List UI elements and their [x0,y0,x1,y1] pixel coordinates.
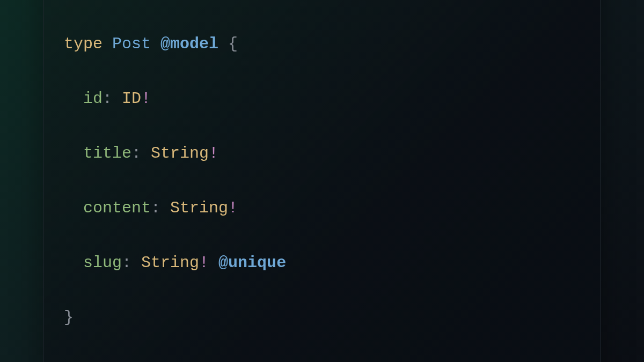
close-brace: } [64,308,74,327]
field-content: content [83,199,151,217]
colon: : [122,254,131,272]
keyword-type: type [64,35,103,53]
bang: ! [209,144,218,162]
code-line-1: type Post @model { [64,31,580,58]
type-name: Post [112,35,151,53]
code-line-2: id: ID! [64,85,580,113]
type-string: String [170,199,228,217]
type-id: ID [122,90,141,108]
colon: : [131,144,141,162]
code-line-5: slug: String! @unique [64,249,580,277]
open-brace: { [228,35,238,53]
code-line-3: title: String! [64,140,580,167]
directive-model: @model [160,35,218,53]
colon: : [151,199,160,217]
field-id: id [83,90,103,108]
bang: ! [199,254,209,272]
code-line-6: } [64,304,580,331]
field-slug: slug [83,254,122,272]
code-line-4: content: String! [64,195,580,222]
bang: ! [228,199,238,217]
type-string: String [151,144,209,162]
code-block: type Post @model { id: ID! title: String… [64,3,580,362]
directive-unique: @unique [218,254,286,272]
type-string: String [141,254,199,272]
colon: : [103,90,112,108]
code-window: type Post @model { id: ID! title: String… [43,0,601,362]
bang: ! [141,90,151,108]
field-title: title [83,144,131,162]
